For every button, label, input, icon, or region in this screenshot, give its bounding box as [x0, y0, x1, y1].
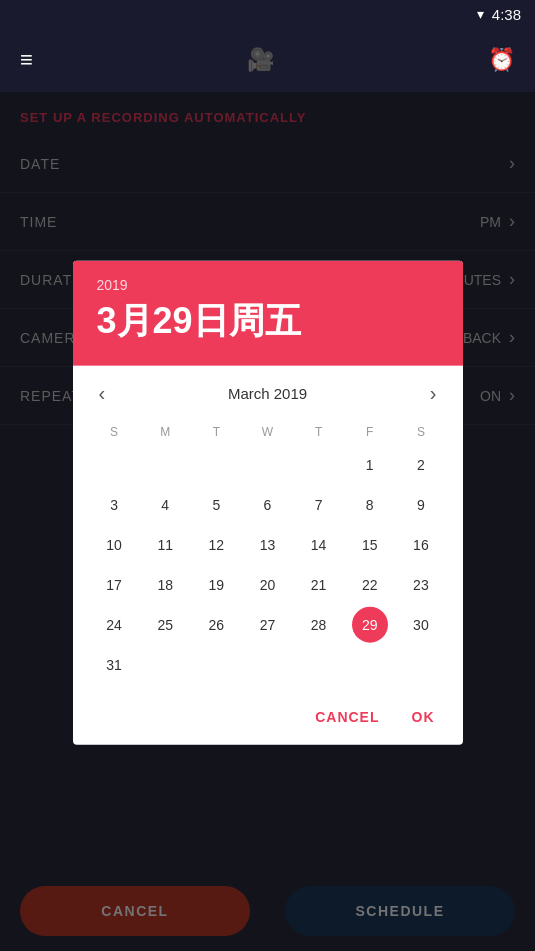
day-empty-5-5: [352, 646, 388, 682]
day-30[interactable]: 30: [403, 606, 439, 642]
dow-wed: W: [242, 418, 293, 444]
day-29[interactable]: 29: [352, 606, 388, 642]
day-empty-0-4: [301, 446, 337, 482]
day-7[interactable]: 7: [301, 486, 337, 522]
day-25[interactable]: 25: [147, 606, 183, 642]
dow-thu: T: [293, 418, 344, 444]
day-empty-0-3: [249, 446, 285, 482]
day-20[interactable]: 20: [249, 566, 285, 602]
day-empty-5-1: [147, 646, 183, 682]
day-22[interactable]: 22: [352, 566, 388, 602]
day-empty-0-2: [198, 446, 234, 482]
status-time: 4:38: [492, 6, 521, 23]
day-24[interactable]: 24: [96, 606, 132, 642]
prev-month-button[interactable]: ‹: [89, 377, 116, 408]
day-13[interactable]: 13: [249, 526, 285, 562]
days-of-week-row: S M T W T F S: [89, 418, 447, 444]
dialog-actions: CANCEL OK: [73, 692, 463, 744]
calendar-body: ‹ March 2019 › S M T W T F S 12345678910…: [73, 365, 463, 692]
week-row-0: 12: [89, 444, 447, 484]
week-row-1: 3456789: [89, 484, 447, 524]
camera-icon[interactable]: 🎥: [247, 47, 274, 73]
dow-fri: F: [344, 418, 395, 444]
dow-sun: S: [89, 418, 140, 444]
day-9[interactable]: 9: [403, 486, 439, 522]
day-1[interactable]: 1: [352, 446, 388, 482]
dialog-header: 2019 3月29日周五: [73, 260, 463, 365]
day-15[interactable]: 15: [352, 526, 388, 562]
day-28[interactable]: 28: [301, 606, 337, 642]
day-11[interactable]: 11: [147, 526, 183, 562]
day-12[interactable]: 12: [198, 526, 234, 562]
alarm-icon[interactable]: ⏰: [488, 47, 515, 73]
dialog-selected-date: 3月29日周五: [97, 296, 439, 345]
date-picker-dialog: 2019 3月29日周五 ‹ March 2019 › S M T W T F …: [73, 260, 463, 744]
main-content: SET UP A RECORDING AUTOMATICALLY DATE › …: [0, 92, 535, 951]
week-row-4: 24252627282930: [89, 604, 447, 644]
day-empty-5-2: [198, 646, 234, 682]
day-2[interactable]: 2: [403, 446, 439, 482]
day-21[interactable]: 21: [301, 566, 337, 602]
dow-mon: M: [140, 418, 191, 444]
wifi-icon: ▾: [477, 6, 484, 22]
month-label: March 2019: [228, 384, 307, 401]
day-19[interactable]: 19: [198, 566, 234, 602]
day-empty-5-4: [301, 646, 337, 682]
calendar-grid: S M T W T F S 12345678910111213141516171…: [89, 418, 447, 684]
day-31[interactable]: 31: [96, 646, 132, 682]
day-23[interactable]: 23: [403, 566, 439, 602]
day-empty-0-0: [96, 446, 132, 482]
day-17[interactable]: 17: [96, 566, 132, 602]
app-bar: ≡ 🎥 ⏰: [0, 28, 535, 92]
day-3[interactable]: 3: [96, 486, 132, 522]
week-row-3: 17181920212223: [89, 564, 447, 604]
day-6[interactable]: 6: [249, 486, 285, 522]
day-18[interactable]: 18: [147, 566, 183, 602]
dialog-ok-button[interactable]: OK: [400, 700, 447, 732]
calendar-nav: ‹ March 2019 ›: [89, 377, 447, 408]
day-empty-5-3: [249, 646, 285, 682]
dow-tue: T: [191, 418, 242, 444]
dow-sat: S: [395, 418, 446, 444]
day-10[interactable]: 10: [96, 526, 132, 562]
day-5[interactable]: 5: [198, 486, 234, 522]
dialog-cancel-button[interactable]: CANCEL: [303, 700, 391, 732]
day-8[interactable]: 8: [352, 486, 388, 522]
day-26[interactable]: 26: [198, 606, 234, 642]
day-14[interactable]: 14: [301, 526, 337, 562]
day-16[interactable]: 16: [403, 526, 439, 562]
next-month-button[interactable]: ›: [420, 377, 447, 408]
day-empty-0-1: [147, 446, 183, 482]
calendar-weeks: 1234567891011121314151617181920212223242…: [89, 444, 447, 684]
menu-icon[interactable]: ≡: [20, 47, 33, 73]
day-27[interactable]: 27: [249, 606, 285, 642]
status-bar: ▾ 4:38: [0, 0, 535, 28]
day-4[interactable]: 4: [147, 486, 183, 522]
week-row-5: 31: [89, 644, 447, 684]
dialog-year: 2019: [97, 276, 439, 292]
week-row-2: 10111213141516: [89, 524, 447, 564]
day-empty-5-6: [403, 646, 439, 682]
